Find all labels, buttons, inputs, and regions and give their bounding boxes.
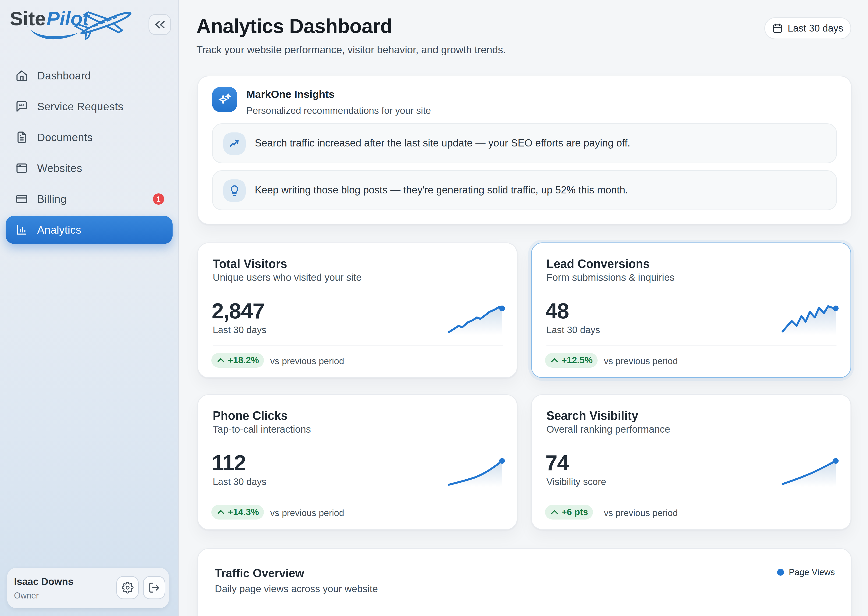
svg-text:Site: Site	[10, 8, 46, 30]
